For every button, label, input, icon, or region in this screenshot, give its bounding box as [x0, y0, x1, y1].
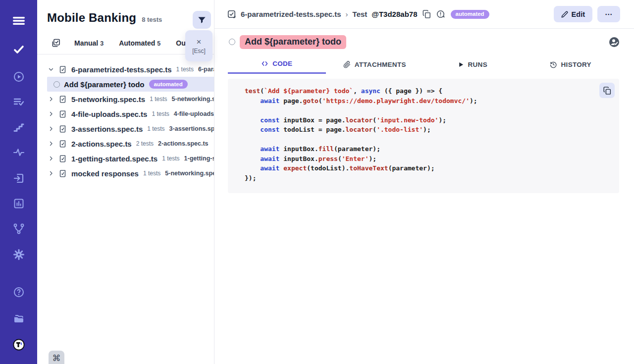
file-check-icon — [58, 169, 67, 178]
bar-chart-icon[interactable] — [12, 197, 25, 210]
command-key-icon: ⌘ — [53, 353, 61, 364]
ellipsis-icon: ⋯ — [605, 10, 613, 19]
code-line: const inputBox = page.locator('input.new… — [245, 115, 599, 125]
app-navbar — [0, 0, 37, 364]
file-check-icon — [58, 140, 67, 148]
menu-icon[interactable] — [12, 14, 25, 27]
branch-icon[interactable] — [12, 222, 25, 235]
test-detail-panel: 6-parametrized-tests.spec.ts › Test @T3d… — [214, 0, 634, 364]
steps-icon[interactable] — [12, 121, 25, 134]
play-circle-icon[interactable] — [12, 70, 25, 83]
file-check-icon — [58, 110, 67, 118]
tab-history[interactable]: HISTORY — [522, 55, 620, 74]
tab-attachments[interactable]: ATTACHMENTS — [326, 55, 424, 74]
copy-icon — [603, 86, 612, 95]
help-icon[interactable] — [12, 286, 25, 299]
gear-icon[interactable] — [12, 248, 25, 261]
file-path: 4-file-uploads.sp — [174, 110, 214, 117]
file-name: 6-parametrized-tests.spec.ts — [71, 65, 172, 74]
chevron-down-icon[interactable] — [48, 66, 54, 72]
play-icon — [458, 61, 464, 68]
project-tests-count: 8 tests — [142, 16, 162, 23]
paperclip-icon — [343, 61, 351, 68]
tests-check-icon[interactable] — [12, 43, 25, 56]
file-path: 5-networking.spec.ts — [165, 170, 214, 177]
assignee-avatar[interactable] — [609, 37, 619, 47]
tree-file-row[interactable]: 4-file-uploads.spec.ts1 tests4-file-uplo… — [37, 106, 214, 121]
project-title: Mobile Banking — [47, 11, 136, 25]
tree-file-row[interactable]: 3-assertions.spec.ts1 tests3-assertions.… — [37, 121, 214, 136]
chevron-right-icon[interactable] — [48, 111, 54, 117]
file-tests-count: 2 tests — [136, 140, 154, 147]
code-line: await page.goto('https://demo.playwright… — [245, 96, 599, 106]
edit-button[interactable]: Edit — [554, 6, 592, 22]
file-name: 4-file-uploads.spec.ts — [71, 110, 147, 118]
file-name: 1-getting-started.spec.ts — [71, 155, 158, 163]
tree-file-row[interactable]: 1-getting-started.spec.ts1 tests1-gettin… — [37, 151, 214, 166]
tree-file-row[interactable]: 6-parametrized-tests.spec.ts1 tests6-par… — [37, 62, 214, 77]
file-path: 1-getting-sta — [184, 155, 214, 162]
file-tests-count: 1 tests — [176, 66, 194, 73]
sync-status-icon[interactable] — [436, 9, 445, 19]
pulse-icon[interactable] — [12, 146, 25, 159]
file-check-icon — [58, 95, 67, 104]
chevron-right-icon[interactable] — [48, 170, 54, 176]
code-icon — [261, 60, 268, 67]
code-content: test(`Add ${parameter} todo`, async ({ p… — [245, 86, 599, 183]
file-path: 6-parametrized — [198, 66, 214, 73]
code-line: await inputBox.fill(parameter); — [245, 144, 599, 154]
filter-funnel-icon — [197, 15, 207, 25]
more-actions-button[interactable]: ⋯ — [597, 6, 620, 22]
tree-test-row-selected[interactable]: Add ${parameter} todoautomated — [47, 77, 214, 92]
file-path: 2-actions.spec.ts — [158, 140, 208, 147]
project-sidebar: Mobile Banking 8 tests × [Esc] Manual 3 … — [37, 0, 214, 364]
tree-file-row[interactable]: mocked responses1 tests5-networking.spec… — [37, 166, 214, 181]
file-tests-count: 1 tests — [152, 110, 169, 117]
code-line — [245, 135, 599, 145]
test-tree: 6-parametrized-tests.spec.ts1 tests6-par… — [37, 62, 214, 181]
file-name: 3-assertions.spec.ts — [71, 125, 143, 133]
test-status-circle-icon — [53, 81, 60, 88]
filter-button[interactable] — [193, 11, 211, 29]
copy-id-icon[interactable] — [422, 9, 431, 19]
detail-tabs: CODE ATTACHMENTS RUNS HISTORY — [228, 55, 619, 74]
tree-file-row[interactable]: 2-actions.spec.ts2 tests2-actions.spec.t… — [37, 136, 214, 151]
clipboard-check-icon[interactable] — [51, 38, 61, 48]
code-line: const todoList = page.locator('.todo-lis… — [245, 125, 599, 135]
tab-manual[interactable]: Manual 3 — [74, 39, 104, 47]
tab-code[interactable]: CODE — [228, 55, 326, 74]
app-logo[interactable] — [10, 336, 28, 354]
tab-runs[interactable]: RUNS — [423, 55, 522, 74]
file-path: 3-assertions.spec.t — [169, 125, 214, 132]
breadcrumb: 6-parametrized-tests.spec.ts › Test @T3d… — [227, 9, 489, 19]
filter-close-popup: × [Esc] — [185, 30, 212, 61]
chevron-right-icon[interactable] — [48, 126, 54, 132]
sign-in-icon[interactable] — [12, 172, 25, 185]
command-palette-button[interactable]: ⌘ — [49, 351, 64, 364]
breadcrumb-test-label: Test — [353, 10, 368, 18]
code-line: test(`Add ${parameter} todo`, async ({ p… — [245, 86, 599, 96]
list-check-icon[interactable] — [12, 96, 25, 108]
folders-icon[interactable] — [12, 312, 25, 325]
tab-automated[interactable]: Automated 5 — [119, 39, 160, 47]
chevron-right-icon[interactable] — [48, 141, 54, 147]
close-icon[interactable]: × — [197, 38, 202, 46]
chevron-right-icon[interactable] — [48, 156, 54, 161]
code-line: await inputBox.press('Enter'); — [245, 154, 599, 164]
breadcrumb-separator: › — [346, 10, 348, 18]
file-name: mocked responses — [71, 169, 139, 178]
chevron-right-icon[interactable] — [48, 96, 54, 102]
code-line — [245, 105, 599, 115]
file-tests-count: 1 tests — [162, 155, 179, 162]
file-name: 2-actions.spec.ts — [71, 140, 132, 148]
automated-badge: automated — [149, 80, 188, 89]
code-line: }); — [245, 173, 599, 183]
file-check-icon — [58, 65, 67, 74]
copy-code-button[interactable] — [599, 83, 615, 98]
code-block: test(`Add ${parameter} todo`, async ({ p… — [228, 79, 619, 193]
test-status-circle-icon — [229, 39, 235, 45]
tree-file-row[interactable]: 5-networking.spec.ts1 tests5-networking.… — [37, 92, 214, 106]
code-line: await expect(todoList).toHaveText(parame… — [245, 163, 599, 173]
test-name: Add ${parameter} todo — [64, 80, 145, 89]
breadcrumb-file[interactable]: 6-parametrized-tests.spec.ts — [241, 10, 341, 18]
